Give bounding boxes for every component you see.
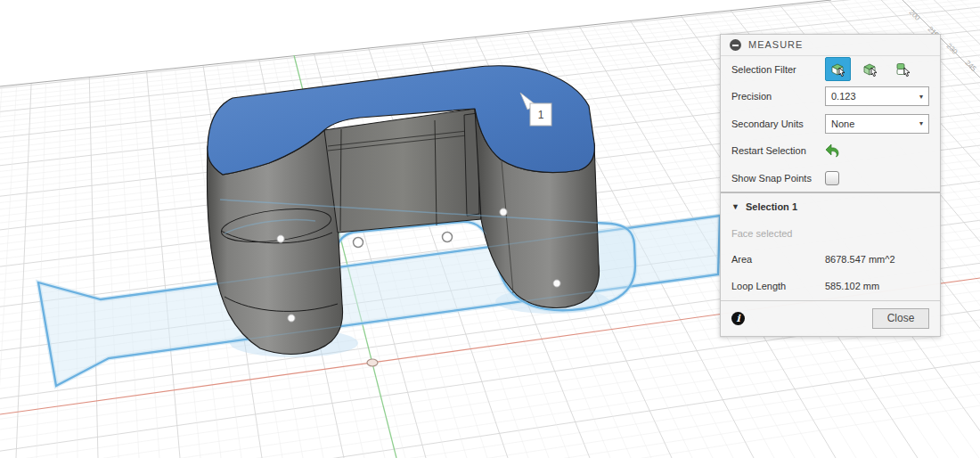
chevron-down-icon: ▾ (919, 119, 923, 127)
selection-status: Face selected (731, 228, 792, 239)
filter-component-button[interactable] (889, 57, 915, 81)
selection-filter-label: Selection Filter (731, 64, 825, 75)
sketch-point[interactable] (443, 233, 453, 242)
loop-length-row: Loop Length 585.102 mm (721, 273, 940, 299)
precision-value: 0.123 (831, 91, 856, 102)
sketch-point[interactable] (354, 238, 363, 248)
origin-marker[interactable] (367, 359, 378, 366)
secondary-units-value: None (831, 119, 854, 129)
filter-face-button[interactable] (825, 57, 851, 81)
triangle-collapse-icon: ▼ (731, 202, 739, 211)
body-select-icon (862, 61, 879, 78)
chevron-down-icon: ▾ (919, 93, 923, 101)
component-select-icon (894, 61, 911, 78)
dialog-footer: i Close (721, 300, 940, 336)
restart-selection-button[interactable] (825, 143, 841, 158)
show-snap-points-checkbox[interactable] (825, 171, 839, 185)
info-icon[interactable]: i (731, 312, 745, 325)
precision-row: Precision 0.123 ▾ (721, 83, 940, 110)
secondary-units-row: Secondary Units None ▾ (721, 110, 940, 137)
loop-length-value: 585.102 mm (825, 281, 879, 291)
selection-status-row: Face selected (721, 220, 940, 245)
collapse-icon[interactable] (730, 39, 741, 51)
selection-filter-row: Selection Filter (721, 56, 940, 83)
selection-1-title: Selection 1 (746, 201, 797, 212)
area-value: 8678.547 mm^2 (825, 254, 895, 265)
precision-label: Precision (731, 91, 825, 102)
show-snap-points-label: Show Snap Points (731, 173, 825, 184)
face-select-icon (829, 61, 847, 78)
snap-point (288, 315, 295, 322)
loop-length-label: Loop Length (731, 281, 825, 291)
snap-point (553, 280, 560, 287)
snap-point (277, 235, 284, 242)
show-snap-points-row: Show Snap Points (721, 164, 940, 191)
close-button[interactable]: Close (872, 308, 929, 329)
area-row: Area 8678.547 mm^2 (721, 246, 940, 273)
selection-badge-number: 1 (538, 109, 544, 121)
precision-dropdown[interactable]: 0.123 ▾ (825, 86, 929, 106)
snap-point (500, 209, 507, 216)
undo-arrow-icon (825, 143, 841, 158)
secondary-units-dropdown[interactable]: None ▾ (825, 114, 929, 134)
filter-body-button[interactable] (857, 57, 883, 81)
area-label: Area (731, 254, 825, 265)
measure-dialog: MEASURE Selection Filter (720, 34, 941, 337)
restart-selection-label: Restart Selection (731, 145, 825, 156)
restart-selection-row: Restart Selection (721, 137, 940, 164)
dialog-header[interactable]: MEASURE (721, 35, 940, 56)
selection-1-header[interactable]: ▼ Selection 1 (721, 193, 940, 220)
dialog-title: MEASURE (748, 39, 803, 50)
secondary-units-label: Secondary Units (731, 119, 825, 129)
